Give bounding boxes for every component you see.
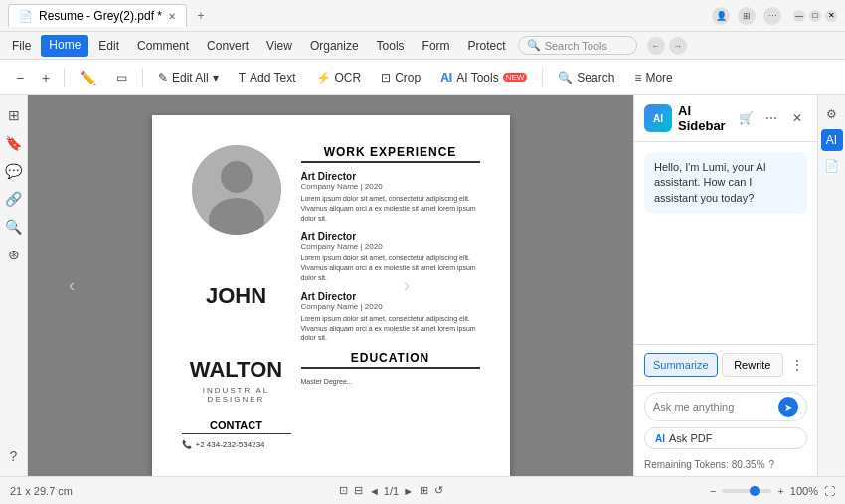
nav-back-icon[interactable]: ← [647,37,665,55]
menu-form[interactable]: Form [415,36,458,56]
sidebar-layers-icon[interactable]: ⊛ [2,243,26,266]
ai-sidebar-title: AI Sidebar [678,103,730,133]
help-icon[interactable]: ? [769,459,775,470]
fit-width-icon[interactable]: ⊞ [420,484,428,497]
highlight-button[interactable]: ✏️ [71,65,105,90]
next-page-arrow[interactable]: › [399,278,415,294]
crop-icon: ⊡ [381,71,391,84]
prev-page-button[interactable]: ◄ [369,485,380,497]
menu-edit[interactable]: Edit [90,36,127,56]
zoom-slider[interactable] [722,489,771,493]
ai-action-buttons: Summarize Rewrite ⋮ [634,344,817,385]
nav-forward-icon[interactable]: → [669,37,687,55]
page-navigation: ◄ 1/1 ► [369,485,414,497]
maximize-button[interactable]: □ [809,10,821,22]
zoom-out-button[interactable]: − [8,66,32,89]
rectangle-icon: ▭ [116,71,127,84]
close-tab-button[interactable]: ✕ [168,11,176,22]
scroll-mode-icon[interactable]: ⊟ [354,484,363,497]
rewrite-button[interactable]: Rewrite [722,353,783,377]
person-first-name: JOHN [182,284,291,308]
close-window-button[interactable]: ✕ [825,10,837,22]
ocr-icon: ⚡ [316,71,331,84]
person-job-title: INDUSTRIAL DESIGNER [182,386,291,404]
job-entry-3: Art Director Company Name | 2020 Lorem i… [301,291,480,343]
sidebar-thumbnail-icon[interactable]: ⊞ [2,103,26,127]
document-panel-icon[interactable]: 📄 [821,155,843,177]
crop-button[interactable]: ⊡ Crop [372,66,429,89]
sidebar-link-icon[interactable]: 🔗 [2,187,26,211]
ocr-button[interactable]: ⚡ OCR [307,66,371,89]
ai-message-input[interactable] [653,401,774,413]
zoom-in-button[interactable]: + [34,66,58,89]
search-tools-input[interactable]: 🔍 Search Tools [518,36,637,55]
rotate-icon[interactable]: ↺ [434,484,443,497]
restore-icon[interactable]: ⊞ [738,7,756,25]
menu-file[interactable]: File [4,36,39,56]
tokens-text: Remaining Tokens: 80.35% [644,459,765,470]
ai-message-input-box[interactable]: ➤ [644,392,807,421]
job-entry-2: Art Director Company Name | 2020 Lorem i… [301,231,480,282]
edit-all-button[interactable]: ✎ Edit All ▾ [149,66,228,89]
toolbar-sep-3 [542,68,543,87]
sidebar-bookmark-icon[interactable]: 🔖 [2,131,26,155]
title-bar: 📄 Resume - Grey(2).pdf * ✕ + 👤 ⊞ ⋯ — □ ✕ [0,0,845,32]
menu-protect[interactable]: Protect [460,36,514,56]
toolbar-sep-2 [142,68,143,87]
ai-close-icon[interactable]: ✕ [787,108,807,128]
next-page-button[interactable]: ► [403,485,414,497]
job-title-2: Art Director [301,231,480,242]
menu-comment[interactable]: Comment [129,36,197,56]
more-icon: ≡ [634,71,641,84]
add-text-icon: T [239,71,246,84]
zoom-in-status-icon[interactable]: + [777,485,783,497]
pdf-view-area[interactable]: ‹ JOHN WALTON INDUSTRIAL DES [28,95,633,476]
ai-actions-more-icon[interactable]: ⋮ [787,353,807,377]
contact-phone: 📞 +2 434-232-534234 [182,440,291,449]
ai-welcome-message: Hello, I'm Lumi, your AI assistant. How … [644,152,807,214]
menu-convert[interactable]: Convert [199,36,256,56]
ai-send-button[interactable]: ➤ [778,397,798,417]
document-tab[interactable]: 📄 Resume - Grey(2).pdf * ✕ [8,4,187,27]
contact-header: CONTACT [182,420,291,434]
zoom-level-display: 100% [790,485,818,497]
toolbar-sep-1 [64,68,65,87]
minimize-button[interactable]: — [793,10,805,22]
add-text-label: Add Text [250,71,295,84]
menu-view[interactable]: View [258,36,300,56]
highlight-icon: ✏️ [80,70,96,85]
toolbar: − + ✏️ ▭ ✎ Edit All ▾ T Add Text ⚡ OCR ⊡… [0,60,845,95]
ai-input-area: ➤ AI Ask PDF [634,385,817,455]
ai-cart-icon[interactable]: 🛒 [736,108,756,128]
sidebar-search-icon[interactable]: 🔍 [2,215,26,239]
add-tab-button[interactable]: + [189,4,213,28]
fullscreen-icon[interactable]: ⛶ [824,485,835,497]
fit-page-icon[interactable]: ⊡ [339,484,348,497]
ask-pdf-button[interactable]: AI Ask PDF [644,427,807,449]
sidebar-comment-icon[interactable]: 💬 [2,159,26,183]
menu-home[interactable]: Home [41,35,88,57]
menu-organize[interactable]: Organize [302,36,367,56]
ai-panel-icon[interactable]: AI [821,129,843,151]
profile-photo [192,145,281,235]
user-account-icon[interactable]: 👤 [712,7,730,25]
rectangle-button[interactable]: ▭ [107,66,136,89]
zoom-out-status-icon[interactable]: − [710,485,716,497]
sidebar-help-icon[interactable]: ? [2,444,26,468]
ai-badge: NEW [503,73,528,82]
tab-title: Resume - Grey(2).pdf * [39,9,162,23]
svg-point-1 [221,161,253,193]
menu-tools[interactable]: Tools [369,36,413,56]
panel-settings-icon[interactable]: ⚙ [821,103,843,125]
ai-tools-button[interactable]: AI AI Tools NEW [431,66,536,89]
phone-icon: 📞 [182,440,192,449]
add-text-button[interactable]: T Add Text [230,66,305,89]
more-button[interactable]: ≡ More [625,66,681,89]
job-desc-1: Lorem ipsum dolor sit amet, consectetur … [301,194,480,223]
ai-more-header-icon[interactable]: ⋯ [761,108,781,128]
more-options-icon[interactable]: ⋯ [763,7,781,25]
prev-page-arrow[interactable]: ‹ [64,278,80,294]
search-button[interactable]: 🔍 Search [549,66,623,89]
summarize-button[interactable]: Summarize [644,353,718,377]
ai-tools-label: AI Tools [456,71,498,84]
